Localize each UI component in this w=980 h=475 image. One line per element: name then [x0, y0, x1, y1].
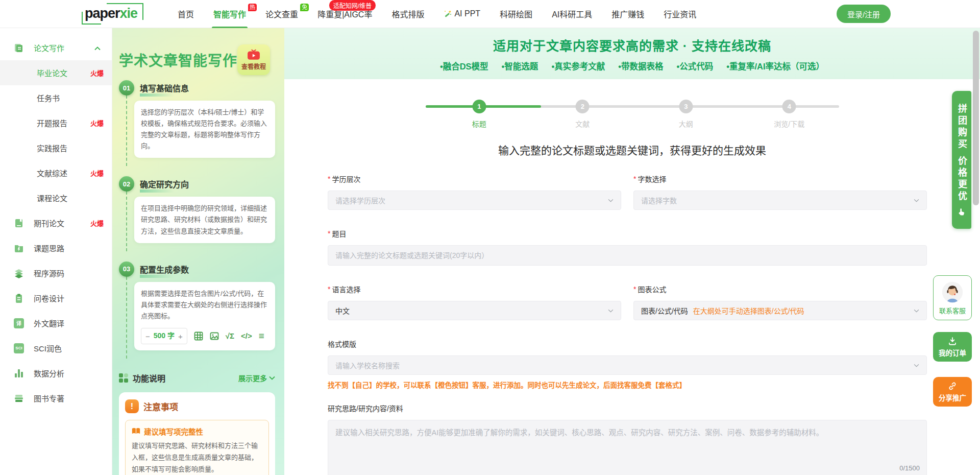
nav-item-home[interactable]: 首页 — [168, 0, 204, 28]
char-counter: 0/1500 — [899, 464, 920, 472]
lines-toggle-icon[interactable]: ≡ — [259, 328, 264, 344]
image-toggle-icon[interactable] — [210, 331, 219, 341]
sidebar-item-practice-report[interactable]: 实践报告 — [0, 135, 112, 160]
step-description: 根据需要选择是否包含图片/公式/代码，在具体要求需要在大纲处的右侧进行选择操作点… — [134, 282, 275, 351]
nav-item-industry-news[interactable]: 行业资讯 — [654, 0, 706, 28]
step-number-badge: 03 — [119, 262, 134, 277]
folder-bolt-icon — [13, 243, 24, 254]
main-content: 适用对于文章内容要求高的需求 · 支持在线改稿 •融合DS模型 •智能选题 •真… — [284, 28, 980, 475]
magic-wand-icon — [444, 10, 452, 18]
chevron-down-icon — [608, 309, 614, 313]
formula-toggle-icon[interactable]: √Σ — [226, 329, 234, 343]
chart-inline-hint: 在大纲处可手动选择图表/公式/代码 — [693, 305, 804, 316]
page-scrollbar[interactable] — [973, 31, 979, 205]
logo-text-paper: paper — [85, 6, 120, 21]
word-count-plus-button[interactable]: + — [178, 332, 183, 340]
sidebar-item-proposal-report[interactable]: 开题报告 火爆 — [0, 110, 112, 135]
degree-label: * 学历层次 — [328, 174, 621, 184]
language-select[interactable]: 中文 — [328, 301, 621, 320]
sidebar-item-paper-writing[interactable]: 论文写作 — [0, 35, 112, 60]
guide-step-2: 02 确定研究方向 在项目选择中明确您的研究领域，详细描述研究思路、研究材料（或… — [119, 176, 275, 251]
code-toggle-icon[interactable]: </> — [241, 329, 252, 343]
sidebar-item-task-book[interactable]: 任务书 — [0, 85, 112, 110]
sidebar-item-topic-ideas[interactable]: 课题思路 — [0, 235, 112, 260]
logo[interactable]: paper xie — [82, 4, 143, 25]
top-navbar: paper xie 首页 智能写作 热 论文查重 免 降重复|AIGC率 适配知… — [0, 0, 980, 28]
sidebar-item-graduation-thesis[interactable]: 毕业论文 火爆 — [0, 60, 112, 85]
chevron-up-icon — [94, 43, 101, 52]
chevron-down-icon — [608, 199, 614, 202]
template-search-select[interactable]: 请输入学校名称搜索 — [328, 355, 927, 375]
step-circle-title: 1 — [472, 100, 486, 113]
bar-chart-icon — [13, 368, 24, 379]
nav-item-promotion-earn[interactable]: 推广赚钱 — [602, 0, 654, 28]
wordcount-select[interactable]: 请选择字数 — [633, 191, 927, 210]
group-buy-banner[interactable]: 拼团购买 价格更优 — [952, 91, 971, 229]
warning-bubble-icon: ! — [125, 399, 139, 413]
contact-support-button[interactable]: 联系客服 — [933, 275, 972, 320]
cnki-weipu-badge: 适配知网/维普 — [329, 0, 376, 11]
sci-icon: SCI — [13, 343, 24, 354]
chevron-down-icon — [914, 199, 919, 202]
notice-section: ! 注意事项 建议填写项完整性 建议填写研究思路、研究材料和方法三个输入框，这些… — [119, 392, 275, 475]
word-count-value: 500 字 — [154, 330, 175, 342]
step-title: 配置生成参数 — [140, 263, 189, 275]
tutorial-button[interactable]: 查看教程 — [237, 44, 270, 75]
sidebar-item-book-monograph[interactable]: 图书专著 — [0, 386, 112, 411]
sidebar-item-questionnaire-design[interactable]: 问卷设计 — [0, 286, 112, 311]
login-register-button[interactable]: 登录/注册 — [837, 5, 891, 23]
step-description: 选择您的学历层次（本科/硕士/博士）和学校模板，确保格式规范符合要求。必须输入完… — [134, 101, 275, 158]
hand-click-icon — [958, 208, 966, 216]
nav-item-formatting[interactable]: 格式排版 — [382, 0, 434, 28]
my-orders-button[interactable]: 我的订单 — [933, 332, 972, 362]
step-label-literature: 文献 — [575, 118, 590, 129]
hot-label: 火爆 — [90, 168, 104, 178]
sidebar-item-data-analysis[interactable]: 数据分析 — [0, 361, 112, 386]
nav-item-research-drawing[interactable]: 科研绘图 — [490, 0, 542, 28]
title-input[interactable] — [328, 245, 927, 266]
step-number-badge: 02 — [119, 176, 134, 192]
open-book-icon — [132, 428, 140, 435]
step-description: 在项目选择中明确您的研究领域，详细描述研究思路、研究材料（或数据报告）和研究方法… — [134, 197, 275, 243]
degree-select[interactable]: 请选择学历层次 — [328, 191, 621, 210]
sidebar-item-foreign-translation[interactable]: 译 外文翻译 — [0, 311, 112, 336]
share-promote-button[interactable]: 分享推广 — [933, 377, 972, 407]
chart-formula-select[interactable]: 图表/公式/代码 在大纲处可手动选择图表/公式/代码 — [633, 301, 927, 320]
word-count-minus-button[interactable]: − — [145, 332, 150, 340]
sidebar-item-course-paper[interactable]: 课程论文 — [0, 185, 112, 210]
sidebar-item-sci-polish[interactable]: SCI SCI润色 — [0, 336, 112, 361]
step-label-title: 标题 — [472, 118, 486, 129]
chart-formula-label: * 图表公式 — [633, 284, 927, 294]
guide-step-1: 01 填写基础信息 选择您的学历层次（本科/硕士/博士）和学校模板，确保格式规范… — [119, 80, 275, 166]
nav-item-ai-ppt[interactable]: AI PPT — [434, 0, 490, 28]
chevron-down-icon — [914, 309, 919, 313]
sidebar-item-source-code[interactable]: 程序源码 — [0, 260, 112, 286]
download-icon — [948, 337, 957, 346]
research-textarea[interactable] — [328, 420, 927, 475]
research-label: 研究思路/研究内容/资料 — [328, 403, 927, 413]
translate-icon: 译 — [13, 318, 24, 329]
guide-step-3: 03 配置生成参数 根据需要选择是否包含图片/公式/代码，在具体要求需要在大纲处… — [119, 262, 275, 359]
show-more-button[interactable]: 展示更多 — [238, 373, 275, 383]
doc-pen-icon — [13, 42, 24, 54]
layers-icon — [13, 268, 24, 279]
table-toggle-icon[interactable] — [194, 331, 203, 341]
sidebar-item-literature-review[interactable]: 文献综述 火爆 — [0, 160, 112, 185]
hot-label: 火爆 — [90, 218, 104, 228]
template-hint: 找不到【自己】的学校，可以联系【橙色按钮】客服，进行添加。同时也可以先生成论文，… — [328, 379, 927, 390]
step-label-download: 浏览/下载 — [774, 118, 804, 129]
generation-options-toolbar: − 500 字 + √Σ </> ≡ — [141, 328, 268, 344]
main-nav: 首页 智能写作 热 论文查重 免 降重复|AIGC率 适配知网/维普 格式排版 … — [168, 0, 706, 28]
nav-item-reduce-aigc[interactable]: 降重复|AIGC率 适配知网/维普 — [308, 0, 382, 28]
books-icon — [13, 393, 24, 404]
hero-feature-bullets: •融合DS模型 •智能选题 •真实参考文献 •带数据表格 •公式代码 •重复率/… — [284, 60, 980, 72]
features-title: 功能说明 — [133, 372, 165, 384]
chevron-down-icon — [914, 364, 919, 367]
support-agent-avatar — [941, 281, 964, 303]
sidebar-item-journal-paper[interactable]: 期刊论文 火爆 — [0, 210, 112, 235]
nav-item-ai-research-tools[interactable]: AI科研工具 — [542, 0, 602, 28]
nav-item-plagiarism-check[interactable]: 论文查重 免 — [256, 0, 308, 28]
nav-item-ai-writing[interactable]: 智能写作 热 — [204, 0, 256, 28]
language-label: * 语言选择 — [328, 284, 621, 294]
hot-label: 火爆 — [90, 118, 104, 128]
